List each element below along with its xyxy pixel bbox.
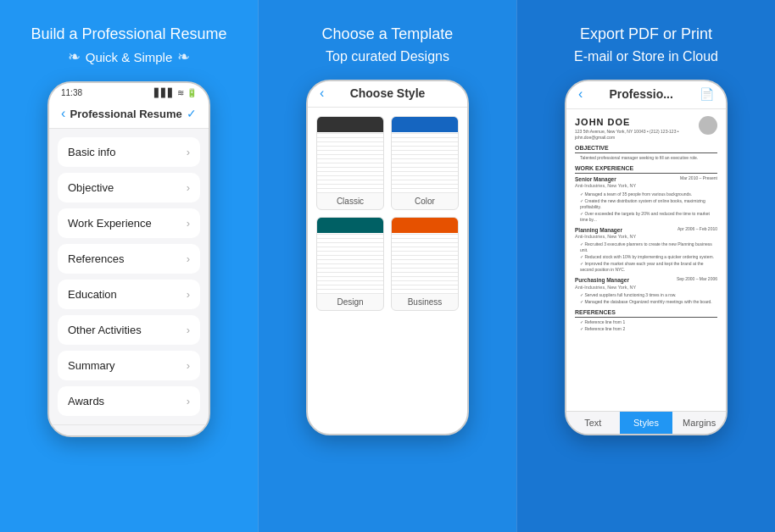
panel1-laurel: ❧ Quick & Simple ❧ [68,47,191,66]
phone1-status-bar: 11:38 ▋▋▋ ≋ 🔋 [49,83,209,101]
template-preview-design [317,218,383,294]
template-card-design[interactable]: Design [316,217,384,311]
menu-item-awards[interactable]: Awards › [58,386,200,416]
job3-title: Purchasing Manager [575,276,629,284]
job2-bullet1: ✓ Recruited 3 executive planners to crea… [575,241,717,253]
job3-company: Anti-Industries, New York, NY [575,285,717,291]
footer-styles-btn[interactable]: Styles [620,412,673,434]
job1-bullet3: ✓ Over exceeded the targets by 20% and r… [575,211,717,223]
template-thumb-color [392,117,458,193]
menu-label: Education [68,288,117,301]
phone1-footer: Add Section | Edit Sections [49,424,209,437]
chevron-right-icon: › [187,288,190,301]
template-card-classic[interactable]: Classic [316,116,384,210]
chevron-right-icon: › [187,359,190,372]
resume-job-3: Purchasing Manager Sep 2000 – Mar 2006 A… [575,276,717,305]
job2-title: Planning Manager [575,226,622,234]
template-label-design: Design [317,294,383,310]
template-preview-classic [317,117,383,193]
menu-item-basic-info[interactable]: Basic info › [58,137,200,167]
template-thumb-classic [317,117,383,193]
phone1-mockup: 11:38 ▋▋▋ ≋ 🔋 ‹ Professional Resume ✓ Ba… [47,81,210,437]
resume-references-heading: REFERENCES [575,308,717,318]
resume-objective-heading: OBJECTIVE [575,144,717,153]
job1-title: Senior Manager [575,175,616,183]
back-icon[interactable]: ‹ [578,86,583,102]
template-thumb-business [392,218,458,294]
chevron-right-icon: › [187,395,190,407]
template-preview-color [392,117,458,193]
template-grid: Classic Color Design [308,108,467,319]
template-label-classic: Classic [317,193,383,209]
menu-label: References [68,252,124,265]
menu-item-education[interactable]: Education › [58,280,200,309]
back-icon[interactable]: ‹ [320,86,324,101]
job2-date: Apr 2006 – Feb 2010 [677,226,717,234]
panel-export: Export PDF or Print E-mail or Store in C… [516,0,775,532]
template-thumb-design [317,218,383,294]
menu-label: Awards [68,395,104,407]
panel3-subtitle: E-mail or Store in Cloud [574,47,718,66]
resume-work-heading: WORK EXPERIENCE [575,164,717,174]
laurel-left-icon: ❧ [68,47,81,66]
resume-document: JOHN DOE 123 5th Avenue, New York, NY 10… [575,116,717,332]
status-icons: ▋▋▋ ≋ 🔋 [154,88,197,97]
phone3-footer: Text Styles Margins [566,411,726,434]
menu-item-objective[interactable]: Objective › [58,173,200,202]
job2-company: Anti-Industries, New York, NY [575,234,717,241]
check-icon[interactable]: ✓ [187,107,197,120]
menu-item-summary[interactable]: Summary › [58,351,200,380]
resume-objective-text: Talented professional manager seeking to… [575,155,717,161]
phone3-resume-preview: JOHN DOE 123 5th Avenue, New York, NY 10… [566,109,726,340]
ref2: ✓ Reference line from 2 [575,326,717,332]
phone1-header: ‹ Professional Resume ✓ [49,101,209,129]
resume-job-2: Planning Manager Apr 2006 – Feb 2010 Ant… [575,226,717,274]
menu-item-references[interactable]: References › [58,244,200,274]
job3-bullet2: ✓ Managed the database Organized monthly… [575,299,717,305]
add-section-link[interactable]: Add Section [61,434,109,437]
chevron-right-icon: › [187,252,190,265]
phone3-mockup: ‹ Professio... 📄 JOHN DOE 123 5th Avenue… [565,80,728,435]
footer-text-btn[interactable]: Text [566,412,620,434]
job3-bullet1: ✓ Served suppliers full functioning 3 ti… [575,292,717,298]
panel2-subtitle: Top curated Designs [326,47,449,66]
back-icon[interactable]: ‹ [61,106,65,121]
panel1-title: Build a Professional Resume [31,24,226,44]
resume-avatar [699,116,717,135]
chevron-right-icon: › [187,217,190,230]
panel2-title: Choose a Template [322,24,454,44]
panel-choose-template: Choose a Template Top curated Designs ‹ … [258,0,516,532]
job3-date: Sep 2000 – Mar 2006 [677,276,717,284]
phone1-menu: Basic info › Objective › Work Experience… [49,129,209,424]
edit-sections-link[interactable]: Edit Sections [145,434,197,437]
panel-build: Build a Professional Resume ❧ Quick & Si… [0,0,258,532]
template-label-business: Business [392,294,458,310]
panel3-title: Export PDF or Print [580,24,712,44]
template-label-color: Color [392,193,458,209]
pdf-icon[interactable]: 📄 [700,87,714,101]
menu-label: Other Activities [68,324,142,336]
job2-bullet2: ✓ Reduced stock with 10% by implementing… [575,254,717,260]
resume-contact: 123 5th Avenue, New York, NY 10043 • (21… [575,129,717,141]
status-time: 11:38 [61,88,82,97]
menu-label: Work Experience [68,217,152,230]
template-card-color[interactable]: Color [391,116,459,210]
job1-company: Anti-Industries, New York, NY [575,183,717,190]
ref1: ✓ Reference line from 1 [575,319,717,325]
menu-item-other-activities[interactable]: Other Activities › [58,315,200,345]
chevron-right-icon: › [187,181,190,194]
menu-label: Basic info [68,146,115,158]
phone3-header: ‹ Professio... 📄 [566,81,726,109]
job1-date: Mar 2010 – Present [680,175,717,183]
template-preview-business [392,218,458,294]
phone3-header-title: Professio... [609,87,672,101]
footer-margins-btn[interactable]: Margins [672,412,726,434]
chevron-right-icon: › [187,324,190,336]
phone2-mockup: ‹ Choose Style Classic Colo [306,80,469,435]
resume-name: JOHN DOE [575,116,717,129]
job1-bullet1: ✓ Managed a team of 35 people from vario… [575,191,717,197]
laurel-right-icon: ❧ [177,47,190,66]
job2-bullet3: ✓ Improved the market share each year an… [575,261,717,273]
template-card-business[interactable]: Business [391,217,459,311]
menu-item-work-experience[interactable]: Work Experience › [58,208,200,238]
